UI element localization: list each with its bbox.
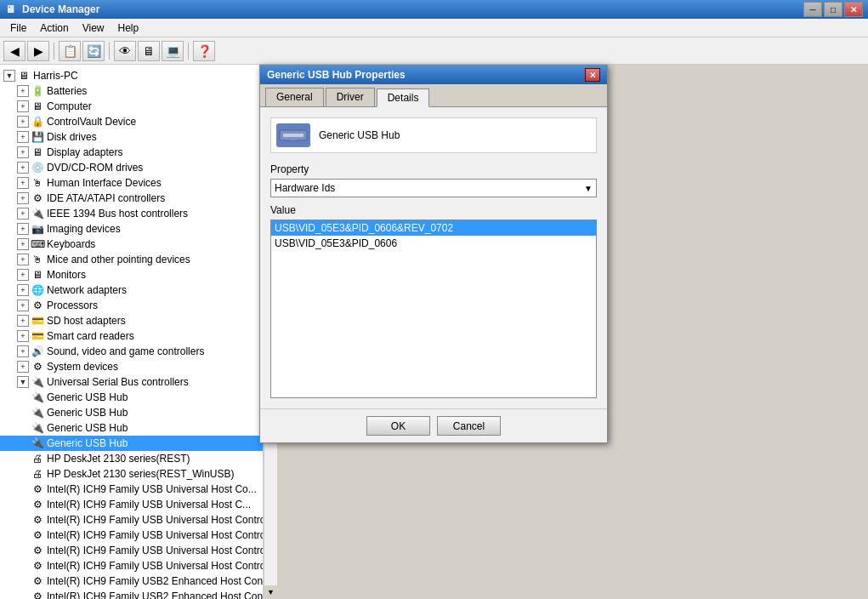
back-button[interactable]: ◀ <box>3 41 26 61</box>
tree-displayadapters[interactable]: + 🖥 Display adapters <box>0 145 263 160</box>
title-bar-buttons: ─ □ ✕ <box>803 2 863 17</box>
intel-ich9-label-1: Intel(R) ICH9 Family USB Universal Host … <box>47 483 257 495</box>
tree-monitors[interactable]: + 🖥 Monitors <box>0 267 263 282</box>
tab-driver[interactable]: Driver <box>326 88 375 106</box>
intel-usb2-icon-1: ⚙ <box>31 574 44 588</box>
dvdcdrom-expand[interactable]: + <box>17 162 29 174</box>
property-dropdown[interactable]: Hardware Ids ▼ <box>270 179 597 197</box>
tree-root[interactable]: ▼ 🖥 Harris-PC <box>0 68 263 83</box>
forward-button[interactable]: ▶ <box>27 41 49 61</box>
maximize-button[interactable]: □ <box>824 2 842 17</box>
sdhost-expand[interactable]: + <box>17 315 29 327</box>
tree-hid[interactable]: + 🖱 Human Interface Devices <box>0 175 263 191</box>
value-list[interactable]: USB\VID_05E3&PID_0606&REV_0702 USB\VID_0… <box>270 220 597 398</box>
ieee1394-expand[interactable]: + <box>17 208 29 220</box>
root-expand[interactable]: ▼ <box>3 70 15 82</box>
cancel-button[interactable]: Cancel <box>437 416 501 436</box>
tree-intel-ich9-293a[interactable]: ⚙ Intel(R) ICH9 Family USB2 Enhanced Hos… <box>0 573 263 589</box>
keyboards-expand[interactable]: + <box>17 238 29 250</box>
scroll-down-button[interactable]: ▼ <box>264 585 277 599</box>
property-section-label: Property <box>270 163 597 175</box>
system-icon: ⚙ <box>31 360 44 374</box>
processors-expand[interactable]: + <box>17 300 29 311</box>
displayadapters-expand[interactable]: + <box>17 146 29 158</box>
dialog-title-buttons: ✕ <box>585 68 600 82</box>
monitors-expand[interactable]: + <box>17 269 29 281</box>
tree-network[interactable]: + 🌐 Network adapters <box>0 282 263 298</box>
tree-system[interactable]: + ⚙ System devices <box>0 359 263 374</box>
show-hidden-button[interactable]: 👁 <box>114 41 136 61</box>
help-button[interactable]: ❓ <box>193 41 215 61</box>
tree-batteries[interactable]: + 🔋 Batteries <box>0 83 263 99</box>
tree-computer[interactable]: + 🖥 Computer <box>0 99 263 114</box>
tree-intel-ich9-2937[interactable]: ⚙ Intel(R) ICH9 Family USB Universal Hos… <box>0 528 263 543</box>
tree-generic-usb-4[interactable]: 🔌 Generic USB Hub <box>0 436 263 451</box>
tab-details[interactable]: Details <box>377 88 430 107</box>
tree-intel-ich9-2[interactable]: ⚙ Intel(R) ICH9 Family USB Universal Hos… <box>0 497 263 512</box>
close-button[interactable]: ✕ <box>844 2 863 17</box>
value-item-1[interactable]: USB\VID_05E3&PID_0606 <box>271 236 596 251</box>
menu-view[interactable]: View <box>76 20 111 36</box>
network-icon: 🌐 <box>31 283 44 297</box>
mice-expand[interactable]: + <box>17 254 29 265</box>
tree-controlvault[interactable]: + 🔒 ControlVault Device <box>0 114 263 129</box>
smartcard-expand[interactable]: + <box>17 330 29 342</box>
tree-mice[interactable]: + 🖱 Mice and other pointing devices <box>0 252 263 267</box>
imaging-icon: 📷 <box>31 222 44 236</box>
tree-diskdrives[interactable]: + 💾 Disk drives <box>0 129 263 145</box>
menu-bar: File Action View Help <box>0 19 868 37</box>
value-item-0[interactable]: USB\VID_05E3&PID_0606&REV_0702 <box>271 220 596 236</box>
tree-ide[interactable]: + ⚙ IDE ATA/ATAPI controllers <box>0 191 263 206</box>
tree-hp-deskjet-2[interactable]: 🖨 HP DeskJet 2130 series(REST_WinUSB) <box>0 466 263 482</box>
minimize-button[interactable]: ─ <box>803 2 822 17</box>
sound-expand[interactable]: + <box>17 345 29 357</box>
dialog-close-button[interactable]: ✕ <box>585 68 600 82</box>
tree-sound[interactable]: + 🔊 Sound, video and game controllers <box>0 344 263 359</box>
tree-processors[interactable]: + ⚙ Processors <box>0 298 263 313</box>
tree-generic-usb-1[interactable]: 🔌 Generic USB Hub <box>0 390 263 405</box>
tree-sdhost[interactable]: + 💳 SD host adapters <box>0 313 263 328</box>
tree-keyboards[interactable]: + ⌨ Keyboards <box>0 237 263 252</box>
tree-smartcard[interactable]: + 💳 Smart card readers <box>0 328 263 344</box>
menu-action[interactable]: Action <box>33 20 75 36</box>
monitors-label: Monitors <box>47 269 86 281</box>
device-tree[interactable]: ▼ 🖥 Harris-PC + 🔋 Batteries + 🖥 Computer… <box>0 65 264 599</box>
tree-generic-usb-2[interactable]: 🔌 Generic USB Hub <box>0 405 263 420</box>
menu-file[interactable]: File <box>3 20 33 36</box>
hp-printer-icon-2: 🖨 <box>31 467 44 481</box>
tree-dvdcdrom[interactable]: + 💿 DVD/CD-ROM drives <box>0 160 263 175</box>
intel-ich9-293c-label: Intel(R) ICH9 Family USB2 Enhanced Host … <box>47 590 264 599</box>
tree-generic-usb-3[interactable]: 🔌 Generic USB Hub <box>0 420 263 436</box>
tree-intel-ich9-2938[interactable]: ⚙ Intel(R) ICH9 Family USB Universal Hos… <box>0 543 263 558</box>
toolbar-separator-1 <box>54 43 54 60</box>
tree-intel-ich9-1[interactable]: ⚙ Intel(R) ICH9 Family USB Universal Hos… <box>0 482 263 497</box>
devices-by-type-button[interactable]: 🖥 <box>138 41 160 61</box>
tab-general[interactable]: General <box>265 88 324 106</box>
imaging-expand[interactable]: + <box>17 223 29 235</box>
controlvault-expand[interactable]: + <box>17 116 29 128</box>
ide-expand[interactable]: + <box>17 192 29 204</box>
properties-button[interactable]: 📋 <box>59 41 81 61</box>
usb-expand[interactable]: ▼ <box>17 376 29 388</box>
network-expand[interactable]: + <box>17 284 29 296</box>
tree-intel-ich9-2936[interactable]: ⚙ Intel(R) ICH9 Family USB Universal Hos… <box>0 512 263 528</box>
batteries-label: Batteries <box>47 85 87 97</box>
system-expand[interactable]: + <box>17 361 29 373</box>
batteries-expand[interactable]: + <box>17 85 29 97</box>
ok-button[interactable]: OK <box>366 416 430 436</box>
menu-help[interactable]: Help <box>111 20 146 36</box>
update-driver-button[interactable]: 🔄 <box>82 41 105 61</box>
tree-usb[interactable]: ▼ 🔌 Universal Serial Bus controllers <box>0 374 263 390</box>
devices-by-connection-button[interactable]: 💻 <box>162 41 184 61</box>
tree-ieee1394[interactable]: + 🔌 IEEE 1394 Bus host controllers <box>0 206 263 221</box>
hid-expand[interactable]: + <box>17 177 29 189</box>
diskdrives-expand[interactable]: + <box>17 131 29 143</box>
tree-intel-ich9-2939[interactable]: ⚙ Intel(R) ICH9 Family USB Universal Hos… <box>0 558 263 573</box>
tree-intel-ich9-293c[interactable]: ⚙ Intel(R) ICH9 Family USB2 Enhanced Hos… <box>0 589 263 599</box>
network-label: Network adapters <box>47 284 127 296</box>
tree-imaging[interactable]: + 📷 Imaging devices <box>0 221 263 237</box>
computer-expand[interactable]: + <box>17 100 29 112</box>
diskdrives-label: Disk drives <box>47 131 97 143</box>
tree-hp-deskjet-1[interactable]: 🖨 HP DeskJet 2130 series(REST) <box>0 451 263 466</box>
hp-deskjet-label-2: HP DeskJet 2130 series(REST_WinUSB) <box>47 468 235 480</box>
